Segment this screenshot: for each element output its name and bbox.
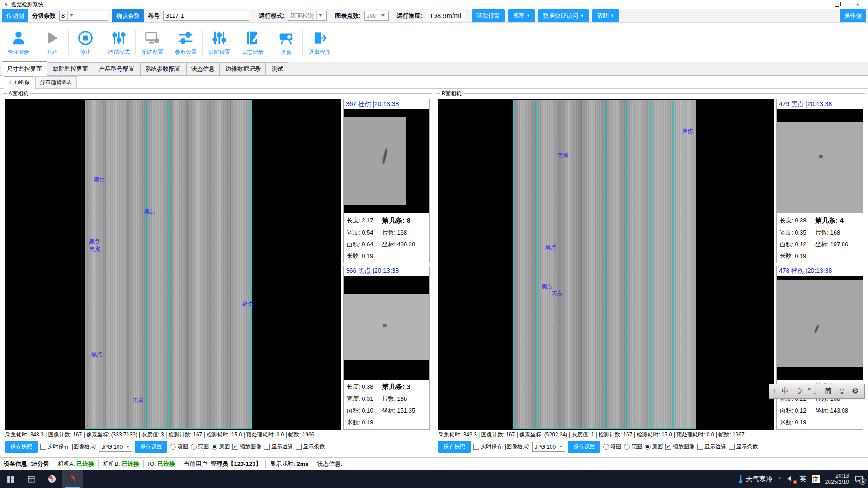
view-menu-button[interactable]: 视图▼ xyxy=(508,9,535,22)
ime-indicator[interactable]: 拼 xyxy=(812,475,820,483)
camera-a-image[interactable]: 黑点黑点黑点黑点挫伤黑点黑点 xyxy=(5,99,341,430)
tab-test[interactable]: 测试 xyxy=(267,62,288,76)
restore-button[interactable] xyxy=(826,0,847,9)
chevron-down-icon xyxy=(381,14,385,17)
product-strip xyxy=(604,100,627,428)
windows-logo-icon xyxy=(7,475,14,483)
moon-icon[interactable]: ☽ xyxy=(795,386,802,396)
weather-widget[interactable]: 天气寒冷 xyxy=(738,474,773,484)
tab-product-model-config[interactable]: 产品型号配置 xyxy=(94,62,139,76)
clock-date: 2025/2/10 xyxy=(825,479,849,485)
image-format-select[interactable]: JPG 100 xyxy=(99,442,132,452)
defect-card[interactable]: 367 挫伤 |20:13:38 长度: 2.17 第几条: 8 宽度: 0.5… xyxy=(343,99,430,263)
original-image-radio[interactable]: 原图 xyxy=(212,443,230,450)
defect-width: 0.31 xyxy=(362,395,373,402)
title-bar: 视觉检测系统 — × xyxy=(0,0,868,9)
ime-lang-toggle[interactable]: 中 xyxy=(781,386,789,396)
show-strip-count-checkbox[interactable]: 显示条数 xyxy=(296,443,325,450)
defect-meters: 0.19 xyxy=(362,419,373,426)
zoom-image-checkbox[interactable]: 缩放图像 xyxy=(665,443,694,450)
tab-size-monitor[interactable]: 尺寸监控界面 xyxy=(2,61,47,76)
save-snapshot-button[interactable]: 保存快照 xyxy=(5,441,38,453)
tab-defect-monitor[interactable]: 缺陷监控界面 xyxy=(48,62,93,76)
drive-side-button[interactable]: 传动侧 xyxy=(2,9,28,22)
emoji-icon[interactable]: ☺ xyxy=(838,387,845,396)
defect-mark-label: 黑点 xyxy=(89,237,99,245)
system-config-button[interactable]: 系统配置 xyxy=(136,23,169,62)
realtime-save-checkbox[interactable]: 实时保存 xyxy=(473,443,502,450)
language-indicator[interactable]: 英 xyxy=(800,475,807,483)
camera-a-conn-label: 相机A: xyxy=(57,460,75,468)
run-mode-select[interactable]: 双面检测 xyxy=(288,11,327,21)
notification-center-button[interactable]: 6 xyxy=(854,475,863,483)
camera-page: A面相机 黑点黑点黑点黑点挫伤黑点黑点 367 挫伤 |20:13:38 长度:… xyxy=(0,89,868,457)
task-view-button[interactable] xyxy=(21,470,42,488)
data-quick-access-menu-button[interactable]: 数据快捷访问▼ xyxy=(538,9,589,22)
admin-login-button[interactable]: 管理登录 xyxy=(2,23,35,62)
debug-sliders-icon xyxy=(110,29,127,47)
stop-button[interactable]: 停止 xyxy=(69,23,102,62)
strip-region xyxy=(513,100,696,429)
show-edge-checkbox[interactable]: 显示边缘 xyxy=(264,443,293,450)
dark-image-radio[interactable]: 暗图 xyxy=(603,443,621,450)
simplified-toggle[interactable]: 简 xyxy=(824,386,832,396)
slit-count-label: 分切条数 xyxy=(32,12,56,20)
roll-number-input[interactable] xyxy=(163,11,249,21)
slit-count-select[interactable]: 8 xyxy=(59,11,108,21)
chart-points-label: 图表点数: xyxy=(335,12,360,20)
ime-drag-handle[interactable]: ‖ xyxy=(773,388,775,394)
original-image-radio[interactable]: 原图 xyxy=(645,443,663,450)
punctuation-toggle[interactable]: °， xyxy=(808,386,819,396)
exit-program-button[interactable]: 退出程序 xyxy=(303,23,336,62)
product-strip xyxy=(673,100,696,428)
run-speed-label: 运行速度: xyxy=(397,12,422,20)
save-snapshot-button[interactable]: 保存快照 xyxy=(438,441,471,453)
start-button[interactable]: 开始 xyxy=(35,23,69,62)
chart-points-select[interactable]: 100 xyxy=(364,11,389,21)
capture-image-button[interactable]: 提像 xyxy=(269,23,303,62)
bright-image-radio[interactable]: 亮图 xyxy=(191,443,209,450)
defect-card[interactable]: 366 黑点 |20:13:38 长度: 0.38 第几条: 3 宽度: 0.3… xyxy=(343,266,430,430)
hidden-icons-button[interactable]: ^ xyxy=(778,476,781,483)
zoom-image-checkbox[interactable]: 缩放图像 xyxy=(232,443,261,450)
log-record-button[interactable]: 日志记录 xyxy=(236,23,269,62)
bright-image-radio[interactable]: 亮图 xyxy=(624,443,642,450)
tab-system-param-config[interactable]: 系统参数配置 xyxy=(140,62,185,76)
save-settings-button[interactable]: 保存设置 xyxy=(568,441,600,453)
subtab-front-image[interactable]: 正面图像 xyxy=(4,76,34,89)
exit-icon xyxy=(311,29,328,47)
start-button[interactable] xyxy=(0,470,21,488)
confirm-count-button[interactable]: 确认条数 xyxy=(112,9,144,22)
image-format-select[interactable]: JPG 100 xyxy=(532,442,565,452)
subtab-distribution-chart[interactable]: 分布趋势图表 xyxy=(35,76,77,89)
tab-status-info[interactable]: 状态信息 xyxy=(186,62,220,76)
help-menu-button[interactable]: 帮助▼ xyxy=(592,9,619,22)
tab-edge-data-record[interactable]: 边缘数据记录 xyxy=(221,62,266,76)
camera-b-image[interactable]: 黑点挫伤黑点黑点黑点 xyxy=(438,99,774,430)
param-settings-button[interactable]: 参数设置 xyxy=(169,23,203,62)
checkbox-icon xyxy=(473,444,479,450)
debug-mode-button[interactable]: 调试模式 xyxy=(102,23,136,62)
show-strip-count-checkbox[interactable]: 显示条数 xyxy=(729,443,758,450)
defect-mark-label: 黑点 xyxy=(552,289,562,296)
volume-button[interactable]: × xyxy=(787,475,794,483)
show-edge-checkbox[interactable]: 显示边缘 xyxy=(697,443,726,450)
clear-alarm-button[interactable]: 清除报警 xyxy=(472,9,505,22)
save-settings-button[interactable]: 保存设置 xyxy=(135,441,167,453)
defect-card[interactable]: 478 挫伤 |20:13:38 长度: 0.57 第几条: 3 宽度: 0.2… xyxy=(776,266,863,430)
taskbar-app-vision-system[interactable] xyxy=(62,470,83,488)
checkbox-icon xyxy=(296,444,302,450)
minimize-button[interactable]: — xyxy=(806,0,826,9)
run-speed-value: 198.9m/mi xyxy=(426,10,465,21)
clock[interactable]: 20:13 2025/2/10 xyxy=(825,473,849,485)
defect-settings-button[interactable]: 缺陷设置 xyxy=(203,23,236,62)
realtime-save-checkbox[interactable]: 实时保存 xyxy=(40,443,69,450)
close-button[interactable]: × xyxy=(847,0,868,9)
operator-side-button[interactable]: 操作侧 xyxy=(840,9,866,22)
defect-card[interactable]: 479 黑点 |20:13:38 长度: 0.38 第几条: 4 宽度: 0.3… xyxy=(776,99,863,263)
taskbar-app-browser[interactable] xyxy=(42,470,62,488)
gear-icon[interactable]: ⚙ xyxy=(852,386,859,396)
top-toolbar: 传动侧 分切条数 8 确认条数 卷号 运行模式: 双面检测 图表点数: 100 … xyxy=(0,9,868,23)
dark-image-radio[interactable]: 暗图 xyxy=(170,443,188,450)
display-time-label: 显示耗时: xyxy=(270,460,295,468)
